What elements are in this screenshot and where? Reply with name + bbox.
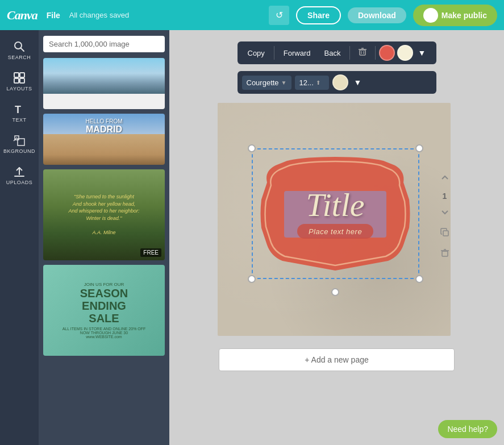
page-down-icon[interactable]: [438, 205, 452, 221]
quote-thumbnail: "She turned to the sunlightAnd shook her…: [43, 169, 165, 260]
font-toolbar-arrow[interactable]: ▼: [352, 76, 364, 89]
separator: [274, 46, 274, 60]
file-menu[interactable]: File: [47, 11, 60, 20]
svg-line-7: [14, 138, 17, 141]
design-canvas[interactable]: Title Place text here: [218, 103, 451, 336]
back-button[interactable]: Back: [319, 46, 347, 60]
bkground-icon: [13, 134, 26, 147]
image-grid: HELLO FROM MADRID "She turned to the sun…: [39, 58, 169, 360]
canva-logo: Canva: [7, 8, 38, 23]
sidebar: SEARCH LAYOUTS T TEXT BKGROUND: [0, 30, 39, 445]
font-size-stepper: ⬆: [316, 80, 320, 86]
svg-rect-17: [442, 251, 448, 256]
font-selector[interactable]: Courgette ▼: [242, 76, 291, 90]
separator3: [375, 46, 376, 60]
toolbar-dropdown-arrow[interactable]: ▼: [415, 46, 428, 60]
font-select-arrow: ▼: [281, 80, 287, 86]
main-layout: SEARCH LAYOUTS T TEXT BKGROUND: [0, 30, 504, 445]
sidebar-item-background[interactable]: BKGROUND: [0, 128, 39, 160]
search-input[interactable]: Search 1,000,000 image: [43, 36, 165, 52]
list-item[interactable]: [43, 58, 165, 109]
add-page-button[interactable]: + Add a new page: [219, 348, 455, 371]
badge-subtitle: Place text here: [309, 227, 362, 236]
undo-button[interactable]: ↺: [269, 6, 289, 25]
separator2: [349, 46, 350, 60]
rotate-handle[interactable]: [331, 288, 339, 296]
download-button[interactable]: Download: [348, 7, 406, 23]
duplicate-icon[interactable]: [438, 226, 452, 242]
trash-icon: [358, 47, 367, 56]
svg-text:T: T: [15, 104, 21, 115]
sidebar-bkground-label: BKGROUND: [3, 148, 35, 154]
layouts-icon: [13, 72, 26, 84]
sidebar-uploads-label: UPLOADS: [6, 180, 33, 185]
sale-thumbnail: JOIN US FOR OUR SEASONENDINGSALE ALL ITE…: [43, 265, 165, 356]
svg-line-1: [21, 48, 24, 52]
element-toolbar: Copy Forward Back ▼: [238, 41, 436, 64]
page-up-icon[interactable]: [438, 171, 452, 187]
madrid-thumbnail: HELLO FROM MADRID: [43, 114, 165, 165]
avatar: [423, 8, 438, 23]
list-item[interactable]: "She turned to the sunlightAnd shook her…: [43, 169, 165, 260]
svg-rect-2: [14, 73, 19, 77]
uploads-icon: [13, 165, 26, 178]
color-swatch-red[interactable]: [379, 45, 395, 61]
svg-rect-3: [20, 73, 24, 77]
delete-button[interactable]: [353, 45, 372, 61]
color-swatch-cream[interactable]: [397, 45, 413, 61]
svg-rect-10: [360, 50, 365, 55]
mountain-thumbnail: [43, 58, 165, 109]
canvas-area: Copy Forward Back ▼ Courgette: [169, 30, 504, 445]
svg-rect-5: [20, 78, 24, 83]
badge-outer: Title Place text here: [259, 154, 412, 273]
svg-rect-16: [443, 231, 448, 236]
sidebar-text-label: TEXT: [12, 117, 26, 123]
font-toolbar: Courgette ▼ 12... ⬆ ▼: [238, 71, 436, 94]
sidebar-layouts-label: LAYOUTS: [7, 86, 32, 92]
right-tools: 1: [438, 171, 452, 262]
design-element[interactable]: Title Place text here: [252, 148, 419, 279]
badge-text-group: Title Place text here: [297, 189, 373, 239]
need-help-button[interactable]: Need help?: [438, 420, 497, 438]
right-trash-icon[interactable]: [438, 246, 452, 262]
sidebar-item-text[interactable]: T TEXT: [0, 97, 39, 128]
sidebar-item-uploads[interactable]: UPLOADS: [0, 160, 39, 191]
font-size-selector[interactable]: 12... ⬆: [295, 76, 329, 90]
share-button[interactable]: Share: [296, 6, 341, 24]
design-canvas-wrapper: Title Place text here: [218, 103, 456, 342]
badge-graphic: Title Place text here: [252, 148, 419, 279]
text-icon: T: [13, 103, 26, 115]
page-number: 1: [443, 192, 447, 201]
sidebar-item-layouts[interactable]: LAYOUTS: [0, 66, 39, 97]
free-badge: FREE: [140, 248, 161, 257]
forward-button[interactable]: Forward: [278, 46, 316, 60]
list-item[interactable]: JOIN US FOR OUR SEASONENDINGSALE ALL ITE…: [43, 265, 165, 356]
sidebar-search-label: SEARCH: [8, 55, 31, 60]
svg-rect-4: [14, 78, 19, 83]
badge-title: Title: [306, 189, 364, 222]
image-panel: Search 1,000,000 image HELLO FROM MADRID…: [39, 30, 169, 445]
make-public-button[interactable]: Make public: [413, 5, 497, 26]
search-icon: [13, 40, 26, 53]
badge-subtitle-wrapper: Place text here: [297, 224, 373, 239]
navbar: Canva File All changes saved ↺ Share Dow…: [0, 0, 504, 30]
copy-button[interactable]: Copy: [242, 46, 270, 60]
saved-status: All changes saved: [69, 11, 130, 19]
font-color-swatch[interactable]: [332, 74, 348, 90]
list-item[interactable]: HELLO FROM MADRID: [43, 114, 165, 165]
sidebar-item-search[interactable]: SEARCH: [0, 35, 39, 66]
